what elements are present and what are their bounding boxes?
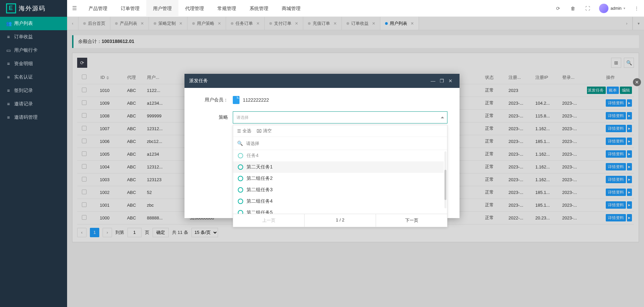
- modal-title: 派发任务: [189, 78, 208, 84]
- sidebar-icon: ≡: [6, 88, 11, 93]
- more-icon[interactable]: ⋮: [629, 0, 644, 17]
- overlay-close-icon[interactable]: ✕: [633, 78, 641, 86]
- dropdown-option[interactable]: 第二组任务3: [233, 184, 444, 196]
- value-user: 1122222222: [243, 97, 269, 103]
- strategy-dropdown: ☰全选 ⌧清空 🔍 任务4第二天任务1第二组任务2第二组任务3第二组任务4第二组…: [233, 125, 447, 227]
- option-label: 第二组任务5: [247, 210, 273, 214]
- modal-body: 用户会员： 1122222222 策略 请选择 ☰全选 ⌧清空: [184, 88, 460, 218]
- sidebar-item-7[interactable]: ≡邀请码管理: [0, 111, 67, 124]
- option-label: 第二组任务4: [247, 198, 273, 204]
- strategy-placeholder: 请选择: [236, 115, 249, 120]
- sidebar-item-3[interactable]: ≡资金明细: [0, 57, 67, 70]
- radio-icon: [238, 176, 243, 181]
- sidebar-item-4[interactable]: ≡实名认证: [0, 70, 67, 84]
- row-strategy: 策略 请选择 ☰全选 ⌧清空 🔍: [193, 111, 451, 123]
- sidebar-icon: ≡: [6, 61, 11, 66]
- sidebar-icon: ≡: [6, 115, 11, 120]
- dropdown-toolbar: ☰全选 ⌧清空: [233, 125, 447, 137]
- sidebar-icon: ≡: [6, 74, 11, 80]
- modal-minimize-icon[interactable]: —: [429, 78, 437, 84]
- nav-item-3[interactable]: 代理管理: [178, 0, 211, 17]
- dropdown-search-input[interactable]: [246, 139, 443, 148]
- brand-text: 海外源码: [19, 4, 46, 12]
- option-label: 第二组任务2: [247, 175, 273, 182]
- search-icon: 🔍: [237, 141, 243, 146]
- user-menu[interactable]: admin ▾: [595, 4, 629, 13]
- nav-item-0[interactable]: 产品管理: [82, 0, 114, 17]
- strategy-select-input[interactable]: 请选择: [233, 111, 447, 123]
- logo-mark-icon: E: [6, 3, 16, 13]
- dd-prev-page[interactable]: 上一页: [233, 214, 305, 227]
- dropdown-footer: 上一页 1 / 2 下一页: [233, 214, 447, 227]
- dropdown-option[interactable]: 第二组任务2: [233, 173, 444, 184]
- sidebar-icon: ▭: [6, 48, 11, 53]
- dropdown-option[interactable]: 第二组任务4: [233, 196, 444, 207]
- sidebar: 👥用户列表≡订单收益▭用户银行卡≡资金明细≡实名认证≡签到记录≡邀请记录≡邀请码…: [0, 17, 67, 307]
- dropdown-option[interactable]: 第二组任务5: [233, 207, 444, 214]
- sidebar-label: 签到记录: [14, 88, 33, 94]
- sidebar-item-0[interactable]: 👥用户列表: [0, 17, 67, 30]
- user-name: admin: [610, 6, 622, 11]
- dropdown-option[interactable]: 任务4: [233, 150, 444, 161]
- nav-item-1[interactable]: 订单管理: [114, 0, 146, 17]
- nav-item-5[interactable]: 系统管理: [243, 0, 275, 17]
- option-label: 任务4: [247, 153, 259, 159]
- sidebar-label: 实名认证: [14, 74, 33, 80]
- file-icon: [233, 96, 239, 104]
- sidebar-label: 资金明细: [14, 61, 33, 67]
- nav-item-4[interactable]: 常规管理: [211, 0, 243, 17]
- sidebar-item-1[interactable]: ≡订单收益: [0, 30, 67, 44]
- dd-next-page[interactable]: 下一页: [376, 214, 447, 227]
- strategy-select[interactable]: 请选择 ☰全选 ⌧清空 🔍 任务4第二天任务1第二组任务: [233, 111, 447, 123]
- sidebar-icon: ≡: [6, 101, 11, 107]
- avatar: [599, 4, 608, 13]
- radio-icon: [238, 187, 243, 193]
- label-user: 用户会员：: [193, 97, 233, 103]
- row-user: 用户会员： 1122222222: [193, 96, 451, 104]
- caret-up-icon: [441, 117, 444, 118]
- sidebar-toggle-icon[interactable]: ☰: [67, 5, 82, 11]
- modal-close-icon[interactable]: ✕: [446, 78, 455, 84]
- trash-icon[interactable]: 🗑: [566, 0, 580, 17]
- sidebar-icon: ≡: [6, 34, 11, 40]
- dd-select-all[interactable]: ☰全选: [237, 128, 251, 134]
- sidebar-label: 用户银行卡: [14, 47, 38, 53]
- sidebar-label: 邀请记录: [14, 101, 33, 107]
- chevron-down-icon: ▾: [624, 6, 625, 10]
- dropdown-option[interactable]: 第二天任务1: [233, 161, 444, 173]
- sidebar-label: 用户列表: [14, 20, 33, 27]
- clear-icon: ⌧: [257, 129, 262, 134]
- dropdown-list[interactable]: 任务4第二天任务1第二组任务2第二组任务3第二组任务4第二组任务5: [233, 150, 447, 214]
- radio-icon: [238, 153, 243, 158]
- dropdown-scrollbar[interactable]: [444, 151, 446, 208]
- list-icon: ☰: [237, 129, 241, 134]
- dd-page-indicator: 1 / 2: [305, 214, 376, 227]
- label-strategy: 策略: [193, 114, 233, 120]
- sidebar-item-5[interactable]: ≡签到记录: [0, 84, 67, 97]
- sidebar-label: 订单收益: [14, 34, 33, 40]
- radio-icon: [238, 199, 243, 204]
- option-label: 第二组任务3: [247, 187, 273, 193]
- dispatch-task-modal: 派发任务 — ❐ ✕ 用户会员： 1122222222 策略 请选择: [184, 74, 460, 218]
- sidebar-item-2[interactable]: ▭用户银行卡: [0, 44, 67, 57]
- app-header: E 海外源码 ☰ 产品管理订单管理用户管理代理管理常规管理系统管理商城管理 ⟳ …: [0, 0, 644, 17]
- sidebar-icon: 👥: [6, 21, 11, 26]
- modal-header: 派发任务 — ❐ ✕: [184, 74, 460, 88]
- header-actions: ⟳ 🗑 ⛶ admin ▾ ⋮: [551, 0, 644, 16]
- refresh-icon[interactable]: ⟳: [551, 0, 566, 17]
- fullscreen-icon[interactable]: ⛶: [580, 0, 595, 17]
- radio-icon: [238, 164, 243, 170]
- option-label: 第二天任务1: [247, 164, 273, 170]
- dropdown-search: 🔍: [233, 137, 447, 150]
- sidebar-item-6[interactable]: ≡邀请记录: [0, 97, 67, 111]
- nav-item-2[interactable]: 用户管理: [146, 0, 178, 17]
- brand-logo: E 海外源码: [0, 0, 67, 17]
- radio-icon: [238, 210, 243, 214]
- scrollbar-thumb[interactable]: [444, 170, 446, 200]
- sidebar-label: 邀请码管理: [14, 114, 38, 120]
- modal-maximize-icon[interactable]: ❐: [437, 78, 446, 84]
- top-nav: ☰ 产品管理订单管理用户管理代理管理常规管理系统管理商城管理: [67, 0, 307, 16]
- nav-item-6[interactable]: 商城管理: [275, 0, 307, 17]
- dd-clear[interactable]: ⌧清空: [257, 128, 272, 134]
